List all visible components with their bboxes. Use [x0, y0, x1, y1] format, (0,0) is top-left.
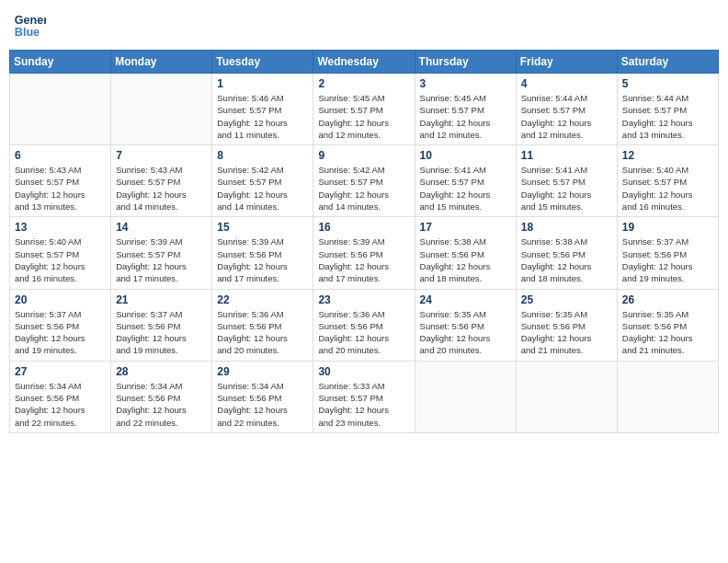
logo: General Blue: [13, 9, 50, 42]
calendar-cell: 20Sunrise: 5:37 AM Sunset: 5:56 PM Dayli…: [10, 289, 111, 361]
day-number: 24: [420, 293, 511, 306]
day-info: Sunrise: 5:35 AM Sunset: 5:56 PM Dayligh…: [521, 308, 612, 357]
svg-text:Blue: Blue: [15, 26, 40, 39]
day-info: Sunrise: 5:38 AM Sunset: 5:56 PM Dayligh…: [420, 236, 511, 284]
page-header: General Blue: [9, 9, 719, 42]
day-header-wednesday: Wednesday: [313, 51, 415, 74]
day-number: 8: [217, 149, 308, 162]
day-header-friday: Friday: [516, 51, 617, 74]
day-number: 10: [420, 149, 511, 162]
day-info: Sunrise: 5:36 AM Sunset: 5:56 PM Dayligh…: [318, 308, 409, 357]
day-number: 22: [217, 293, 308, 306]
calendar-cell: 18Sunrise: 5:38 AM Sunset: 5:56 PM Dayli…: [516, 217, 617, 289]
day-number: 3: [420, 77, 511, 90]
day-info: Sunrise: 5:34 AM Sunset: 5:56 PM Dayligh…: [217, 380, 308, 429]
day-header-monday: Monday: [111, 51, 212, 74]
calendar-cell: 23Sunrise: 5:36 AM Sunset: 5:56 PM Dayli…: [313, 289, 415, 361]
day-number: 4: [521, 77, 612, 90]
day-info: Sunrise: 5:42 AM Sunset: 5:57 PM Dayligh…: [217, 164, 308, 213]
day-number: 5: [622, 77, 713, 90]
day-info: Sunrise: 5:38 AM Sunset: 5:56 PM Dayligh…: [521, 236, 612, 284]
day-info: Sunrise: 5:41 AM Sunset: 5:57 PM Dayligh…: [420, 164, 511, 213]
day-number: 20: [15, 293, 106, 306]
day-number: 7: [116, 149, 207, 162]
day-number: 17: [420, 221, 511, 234]
day-number: 1: [217, 77, 308, 90]
calendar-cell: 1Sunrise: 5:46 AM Sunset: 5:57 PM Daylig…: [212, 74, 313, 145]
day-number: 2: [318, 77, 409, 90]
day-number: 18: [521, 221, 612, 234]
day-info: Sunrise: 5:35 AM Sunset: 5:56 PM Dayligh…: [420, 308, 511, 357]
calendar-cell: [516, 361, 617, 432]
day-info: Sunrise: 5:39 AM Sunset: 5:57 PM Dayligh…: [116, 236, 207, 284]
calendar-cell: 28Sunrise: 5:34 AM Sunset: 5:56 PM Dayli…: [111, 361, 212, 432]
calendar-cell: 12Sunrise: 5:40 AM Sunset: 5:57 PM Dayli…: [617, 145, 718, 217]
calendar-cell: 9Sunrise: 5:42 AM Sunset: 5:57 PM Daylig…: [313, 145, 415, 217]
day-number: 29: [217, 365, 308, 378]
day-number: 27: [15, 365, 106, 378]
day-info: Sunrise: 5:39 AM Sunset: 5:56 PM Dayligh…: [217, 236, 308, 284]
calendar-cell: 30Sunrise: 5:33 AM Sunset: 5:57 PM Dayli…: [313, 361, 415, 432]
calendar-cell: [415, 361, 516, 432]
day-info: Sunrise: 5:37 AM Sunset: 5:56 PM Dayligh…: [116, 308, 207, 357]
calendar-cell: 3Sunrise: 5:45 AM Sunset: 5:57 PM Daylig…: [415, 74, 516, 145]
day-number: 23: [318, 293, 409, 306]
day-number: 11: [521, 149, 612, 162]
day-number: 12: [622, 149, 713, 162]
calendar-cell: 17Sunrise: 5:38 AM Sunset: 5:56 PM Dayli…: [415, 217, 516, 289]
calendar-cell: 29Sunrise: 5:34 AM Sunset: 5:56 PM Dayli…: [212, 361, 313, 432]
day-number: 28: [116, 365, 207, 378]
day-header-tuesday: Tuesday: [212, 51, 313, 74]
day-info: Sunrise: 5:42 AM Sunset: 5:57 PM Dayligh…: [318, 164, 409, 213]
day-number: 13: [15, 221, 106, 234]
day-number: 26: [622, 293, 713, 306]
calendar-cell: 6Sunrise: 5:43 AM Sunset: 5:57 PM Daylig…: [10, 145, 111, 217]
day-info: Sunrise: 5:46 AM Sunset: 5:57 PM Dayligh…: [217, 92, 308, 141]
calendar-week-4: 20Sunrise: 5:37 AM Sunset: 5:56 PM Dayli…: [10, 289, 719, 361]
day-info: Sunrise: 5:37 AM Sunset: 5:56 PM Dayligh…: [15, 308, 106, 357]
day-info: Sunrise: 5:45 AM Sunset: 5:57 PM Dayligh…: [318, 92, 409, 141]
calendar-cell: 13Sunrise: 5:40 AM Sunset: 5:57 PM Dayli…: [10, 217, 111, 289]
day-info: Sunrise: 5:39 AM Sunset: 5:56 PM Dayligh…: [318, 236, 409, 284]
day-number: 19: [622, 221, 713, 234]
day-number: 9: [318, 149, 409, 162]
calendar-cell: 14Sunrise: 5:39 AM Sunset: 5:57 PM Dayli…: [111, 217, 212, 289]
day-info: Sunrise: 5:34 AM Sunset: 5:56 PM Dayligh…: [15, 380, 106, 429]
calendar-cell: 8Sunrise: 5:42 AM Sunset: 5:57 PM Daylig…: [212, 145, 313, 217]
calendar-cell: 5Sunrise: 5:44 AM Sunset: 5:57 PM Daylig…: [617, 74, 718, 145]
calendar-cell: 15Sunrise: 5:39 AM Sunset: 5:56 PM Dayli…: [212, 217, 313, 289]
day-info: Sunrise: 5:43 AM Sunset: 5:57 PM Dayligh…: [15, 164, 106, 213]
calendar-cell: 7Sunrise: 5:43 AM Sunset: 5:57 PM Daylig…: [111, 145, 212, 217]
day-info: Sunrise: 5:35 AM Sunset: 5:56 PM Dayligh…: [622, 308, 713, 357]
calendar-cell: 19Sunrise: 5:37 AM Sunset: 5:56 PM Dayli…: [617, 217, 718, 289]
day-number: 16: [318, 221, 409, 234]
calendar-table: SundayMondayTuesdayWednesdayThursdayFrid…: [9, 50, 719, 433]
day-number: 6: [15, 149, 106, 162]
day-number: 14: [116, 221, 207, 234]
day-info: Sunrise: 5:33 AM Sunset: 5:57 PM Dayligh…: [318, 380, 409, 429]
calendar-cell: [10, 74, 111, 145]
logo-icon: General Blue: [13, 9, 46, 42]
day-info: Sunrise: 5:40 AM Sunset: 5:57 PM Dayligh…: [622, 164, 713, 213]
calendar-week-5: 27Sunrise: 5:34 AM Sunset: 5:56 PM Dayli…: [10, 361, 719, 432]
calendar-cell: [617, 361, 718, 432]
calendar-header-row: SundayMondayTuesdayWednesdayThursdayFrid…: [10, 51, 719, 74]
calendar-cell: 27Sunrise: 5:34 AM Sunset: 5:56 PM Dayli…: [10, 361, 111, 432]
calendar-cell: 25Sunrise: 5:35 AM Sunset: 5:56 PM Dayli…: [516, 289, 617, 361]
day-info: Sunrise: 5:44 AM Sunset: 5:57 PM Dayligh…: [622, 92, 713, 141]
calendar-cell: 16Sunrise: 5:39 AM Sunset: 5:56 PM Dayli…: [313, 217, 415, 289]
day-info: Sunrise: 5:45 AM Sunset: 5:57 PM Dayligh…: [420, 92, 511, 141]
calendar-cell: 10Sunrise: 5:41 AM Sunset: 5:57 PM Dayli…: [415, 145, 516, 217]
calendar-cell: 11Sunrise: 5:41 AM Sunset: 5:57 PM Dayli…: [516, 145, 617, 217]
calendar-week-1: 1Sunrise: 5:46 AM Sunset: 5:57 PM Daylig…: [10, 74, 719, 145]
calendar-cell: 26Sunrise: 5:35 AM Sunset: 5:56 PM Dayli…: [617, 289, 718, 361]
calendar-cell: 21Sunrise: 5:37 AM Sunset: 5:56 PM Dayli…: [111, 289, 212, 361]
day-header-sunday: Sunday: [10, 51, 111, 74]
calendar-cell: [111, 74, 212, 145]
day-number: 30: [318, 365, 409, 378]
day-number: 15: [217, 221, 308, 234]
calendar-cell: 22Sunrise: 5:36 AM Sunset: 5:56 PM Dayli…: [212, 289, 313, 361]
calendar-cell: 2Sunrise: 5:45 AM Sunset: 5:57 PM Daylig…: [313, 74, 415, 145]
calendar-week-3: 13Sunrise: 5:40 AM Sunset: 5:57 PM Dayli…: [10, 217, 719, 289]
day-header-saturday: Saturday: [617, 51, 718, 74]
